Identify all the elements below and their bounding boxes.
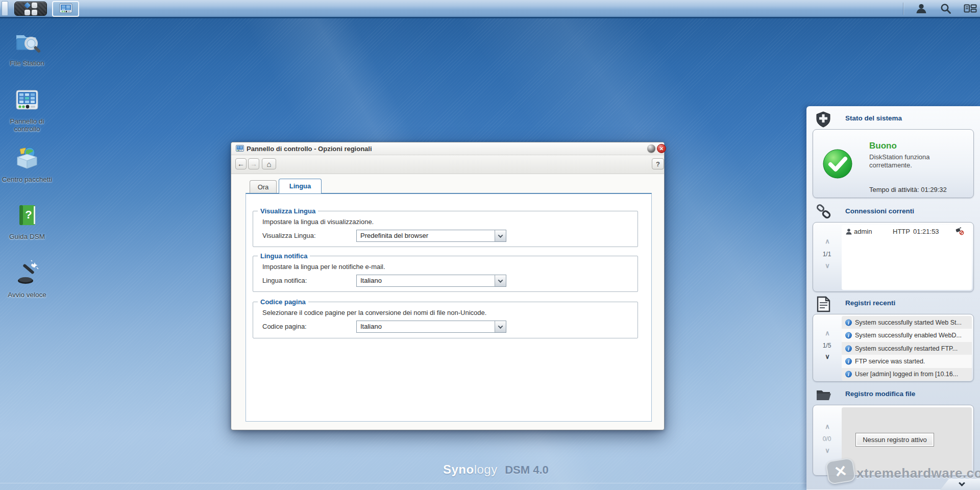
close-button[interactable]: ✕ [657,144,666,153]
widget-header-file-change-log: Registro modifica file [816,387,969,402]
pager-down-icon[interactable]: ∨ [822,353,832,361]
chevron-down-icon[interactable] [495,321,506,332]
taskbar-item-control-panel[interactable] [52,1,79,17]
log-row[interactable]: iSystem successfully restarted FTP... [842,342,972,355]
control-panel-window: Pannello di controllo - Opzioni regional… [231,142,665,430]
dsm-help-icon: ? [0,201,54,230]
pager-down-icon[interactable]: ∨ [822,447,832,455]
connections-pager: ∧ 1/1 ∨ [813,223,841,291]
no-active-log-button[interactable]: Nessun registro attivo [855,433,934,447]
connection-user: admin [854,228,872,235]
widget-title: Registri recenti [845,299,895,307]
tab-lingua[interactable]: Lingua [279,179,322,193]
fieldset-legend: Codice pagina [258,298,308,306]
desktop-icon-quick-start[interactable]: Avvio veloce [0,259,54,299]
display-language-select[interactable]: Predefinita del browser [356,230,506,242]
main-menu-button[interactable] [14,2,47,16]
close-icon: ✕ [659,146,664,152]
desktop-icon-package-center[interactable]: Centro pacchetti [0,144,54,183]
info-icon: i [845,358,852,364]
widget-header-system-status: Stato del sistema [816,111,969,127]
codepage-select[interactable]: Italiano [356,321,506,333]
disconnect-icon[interactable] [955,227,964,235]
pager-count: 1/1 [813,251,841,258]
pager-up-icon[interactable]: ∧ [822,238,832,246]
connections-list: admin HTTP 01:21:53 [842,225,972,290]
taskbar [0,0,980,18]
desktop-icon-label: Avvio veloce [0,291,54,299]
pager-up-icon[interactable]: ∧ [822,423,832,431]
info-icon: i [845,332,852,339]
svg-text:?: ? [25,208,32,221]
select-value: Predefinita del browser [360,230,428,241]
window-title: Pannello di controllo - Opzioni regional… [247,142,372,155]
search-button[interactable] [939,2,952,15]
desktop-icon-label: Guida DSM [0,233,54,240]
connections-box: ∧ 1/1 ∨ admin HTTP 01:21:53 [813,222,974,292]
desktop-icon-label: Centro pacchetti [0,176,54,183]
select-value: Italiano [360,321,382,332]
fieldset-codepage: Codice pagina Selezionare il codice pagi… [253,302,638,338]
log-row[interactable]: iSystem successfully enabled WebD... [842,329,972,341]
pilot-view-icon [964,3,977,15]
package-center-icon [0,144,54,173]
minimize-button[interactable] [647,144,655,153]
pilot-view-button[interactable] [964,2,977,15]
brand-product: DSM 4.0 [505,463,549,476]
desktop-icon-file-station[interactable]: File Station [0,28,54,67]
log-row[interactable]: iFTP service was started. [842,355,972,368]
fieldset-description: Impostare la lingua per le notifiche e-m… [262,263,385,271]
desktop-icon-label: File Station [0,59,54,67]
desktop-icon-label: Pannello di controllo [0,117,54,133]
widget-title: Registro modifica file [845,390,915,398]
status-value: Buono [869,141,897,151]
widget-title: Connessioni correnti [845,207,914,215]
pager-count: 1/5 [813,342,841,349]
dsm-desktop-screen: File Station Pannello di controllo [0,0,980,490]
search-icon [940,3,952,15]
help-button[interactable]: ? [652,158,664,169]
forward-button[interactable]: → [248,158,259,169]
chevron-down-icon[interactable] [495,275,506,286]
home-button[interactable]: ⌂ [262,158,276,169]
fieldset-description: Selezionare il codice pagine per la conv… [262,309,486,316]
fieldset-notification-language: Lingua notifica Impostare la lingua per … [253,256,638,292]
log-row[interactable]: iUser [admin] logged in from [10.16... [842,368,972,381]
user-icon [845,228,852,235]
pager-down-icon[interactable]: ∨ [822,262,832,271]
widget-sidebar: Stato del sistema Buono DiskStation funz… [806,106,980,490]
quick-start-icon [0,259,54,288]
sidebar-collapse-button[interactable] [940,479,980,490]
info-icon: i [845,345,852,352]
info-icon: i [845,371,852,378]
desktop-icon-dsm-help[interactable]: ? Guida DSM [0,201,54,240]
forward-icon: → [250,160,257,168]
notification-language-select[interactable]: Italiano [356,275,506,287]
chevron-down-icon [959,480,965,486]
window-titlebar[interactable]: Pannello di controllo - Opzioni regional… [231,142,664,155]
field-label: Lingua notifica: [262,277,307,284]
chevron-down-icon[interactable] [495,230,506,241]
widget-title: Stato del sistema [845,114,902,122]
user-menu-button[interactable] [915,2,928,15]
window-toolbar: ← → ⌂ ? [231,155,664,174]
control-panel-icon [59,3,72,15]
widget-header-connections: Connessioni correnti [816,204,969,219]
connection-row[interactable]: admin HTTP 01:21:53 [842,225,972,238]
log-row[interactable]: iSystem successfully started Web St... [842,316,972,329]
desktop-icon-control-panel[interactable]: Pannello di controllo [0,86,54,133]
logs-pager: ∧ 1/5 ∨ [813,314,841,381]
back-button[interactable]: ← [235,158,247,169]
pager-up-icon[interactable]: ∧ [822,330,832,338]
home-icon: ⌂ [266,160,271,168]
window-icon [236,145,244,153]
user-icon [915,3,927,15]
file-change-log-box: ∧ 0/0 ∨ Nessun registro attivo [813,405,974,476]
document-icon [816,296,831,312]
show-desktop-button[interactable] [2,1,8,16]
recent-logs-box: ∧ 1/5 ∨ iSystem successfully started Web… [813,314,974,382]
fieldset-display-language: Visualizza Lingua Impostare la lingua di… [253,211,638,247]
tab-page-lingua: Visualizza Lingua Impostare la lingua di… [246,193,652,422]
tab-ora[interactable]: Ora [250,180,277,193]
system-status-box: Buono DiskStation funziona correttamente… [813,129,974,198]
